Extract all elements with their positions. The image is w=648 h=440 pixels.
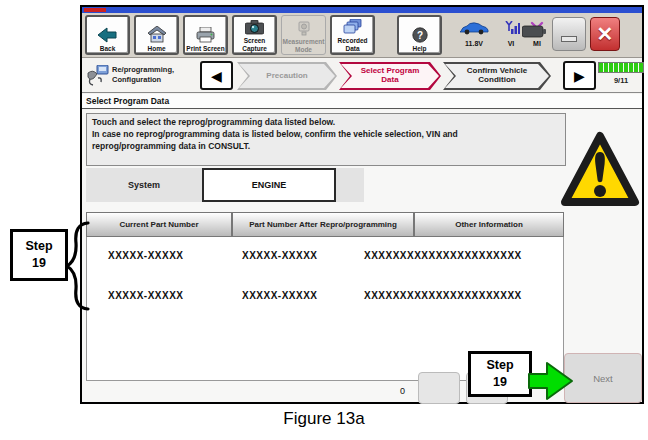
voltage-label: 11.8V <box>465 40 483 47</box>
toolbar-button-label: Print Screen <box>186 45 224 52</box>
printer-icon <box>196 25 216 45</box>
home-icon <box>148 25 166 45</box>
column-header-part-number-after: Part Number After Repro/programming <box>232 212 414 237</box>
help-button[interactable]: ? Help <box>397 15 442 55</box>
vehicle-icon <box>459 21 489 39</box>
vehicle-voltage-status: 11.8V <box>454 21 494 47</box>
page-title: Select Program Data <box>82 94 642 109</box>
recorded-data-button[interactable]: Recorded Data <box>330 15 375 55</box>
crumb-precaution: Precaution <box>237 62 337 90</box>
crumb-label: Confirm Vehicle Condition <box>445 64 549 88</box>
mode-label-line2: Configuration <box>112 75 174 85</box>
minimize-button[interactable] <box>552 17 586 51</box>
vi-signal-icon <box>502 21 520 39</box>
cell-current-part-number: XXXXX-XXXXX <box>108 250 184 261</box>
mode-label-line1: Re/programming, <box>112 65 174 75</box>
home-button[interactable]: Home <box>134 15 179 55</box>
step-number: 19 <box>493 374 507 391</box>
page-back-button[interactable] <box>418 372 460 404</box>
curly-brace <box>64 219 92 317</box>
instruction-line: In case no reprog/programming data is li… <box>92 129 560 141</box>
figure-caption: Figure 13a <box>0 409 648 429</box>
instruction-box: Touch and select the reprog/programming … <box>86 113 566 166</box>
reprogramming-icon <box>86 65 110 91</box>
mode-label: Re/programming, Configuration <box>112 65 174 85</box>
cell-other-information: XXXXXXXXXXXXXXXXXXXXXX <box>364 250 522 261</box>
close-icon: ✕ <box>597 24 614 44</box>
left-triangle-icon: ◀ <box>211 68 222 84</box>
toolbar-button-label: Measurement Mode <box>282 38 325 53</box>
toolbar-button-label: Recorded Data <box>332 37 373 52</box>
close-button[interactable]: ✕ <box>590 17 620 51</box>
battery-icon <box>522 24 547 42</box>
help-icon: ? <box>412 25 428 45</box>
step-number: 19 <box>32 255 46 272</box>
minimize-icon <box>561 36 577 42</box>
cell-part-number-after: XXXXX-XXXXX <box>242 290 318 301</box>
toolbar-button-label: Back <box>100 45 116 52</box>
breadcrumb-back-button[interactable]: ◀ <box>200 61 233 90</box>
figure-canvas: Back Home Print Screen Screen Capture <box>0 0 648 440</box>
step-19-callout-bottom: Step 19 <box>468 351 532 397</box>
breadcrumb-bar: Re/programming, Configuration ◀ Precauti… <box>82 59 642 93</box>
step-label: Step <box>486 357 513 374</box>
cell-other-information: XXXXXXXXXXXXXXXXXXXXXX <box>364 290 522 301</box>
toolbar: Back Home Print Screen Screen Capture <box>82 13 642 58</box>
breadcrumb-forward-button[interactable]: ▶ <box>563 61 596 90</box>
back-arrow-icon <box>98 25 118 45</box>
system-value-engine[interactable]: ENGINE <box>202 168 336 202</box>
column-header-other-information: Other Information <box>414 212 564 237</box>
warning-icon <box>559 128 641 222</box>
content-area: Touch and select the reprog/programming … <box>82 110 642 402</box>
table-row[interactable]: XXXXX-XXXXX XXXXX-XXXXX XXXXXXXXXXXXXXXX… <box>86 250 564 276</box>
screen-capture-button[interactable]: Screen Capture <box>232 15 277 55</box>
consult-window: Back Home Print Screen Screen Capture <box>80 5 644 404</box>
progress-label: 9/11 <box>598 76 644 85</box>
crumb-confirm-vehicle-condition: Confirm Vehicle Condition <box>443 62 551 90</box>
instruction-line: reprog/programming data in CONSULT. <box>92 141 560 153</box>
titlebar-logo <box>84 8 106 12</box>
camera-icon <box>245 17 264 37</box>
back-button[interactable]: Back <box>85 15 130 55</box>
cell-current-part-number: XXXXX-XXXXX <box>108 290 184 301</box>
next-button[interactable]: Next <box>564 353 642 403</box>
right-triangle-icon: ▶ <box>574 68 585 84</box>
crumb-label: Select Program Data <box>341 64 439 88</box>
system-label: System <box>86 168 202 202</box>
progress-bar <box>598 62 644 73</box>
column-header-current-part-number: Current Part Number <box>86 212 232 237</box>
step-label: Step <box>25 238 52 255</box>
crumb-label: Precaution <box>239 64 335 88</box>
step-19-callout-left: Step 19 <box>10 229 68 281</box>
crumb-select-program-data: Select Program Data <box>339 62 441 90</box>
print-screen-button[interactable]: Print Screen <box>183 15 228 55</box>
toolbar-button-label: Help <box>412 45 426 52</box>
vi-status: VI <box>500 21 522 47</box>
svg-text:?: ? <box>416 29 422 40</box>
vi-label: VI <box>508 40 515 47</box>
instruction-line: Touch and select the reprog/programming … <box>92 117 560 129</box>
toolbar-button-label: Screen Capture <box>234 37 275 52</box>
table-row[interactable]: XXXXX-XXXXX XXXXX-XXXXX XXXXXXXXXXXXXXXX… <box>86 290 564 316</box>
toolbar-button-label: Home <box>147 45 165 52</box>
recorded-data-icon <box>343 17 363 37</box>
cell-part-number-after: XXXXX-XXXXX <box>242 250 318 261</box>
page-count: 0 <box>400 386 405 396</box>
green-arrow-icon <box>528 360 574 406</box>
